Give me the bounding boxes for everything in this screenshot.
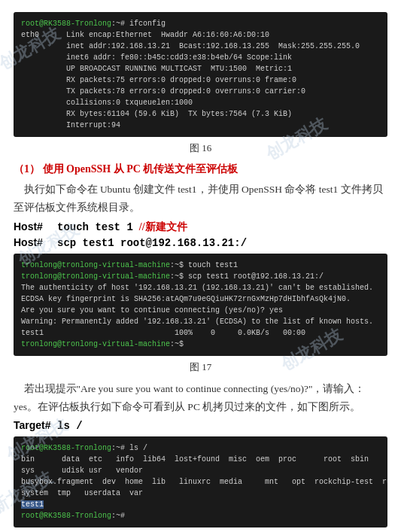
- cmd1-comment: //新建文件: [139, 220, 187, 234]
- cmd2-text: scp test1 root@192.168.13.21:/: [57, 237, 247, 249]
- terminal-fig16: root@RK3588-Tronlong:~# ifconfig eth0 Li…: [14, 12, 387, 137]
- host-cmd1: Host# touch test 1 //新建文件: [14, 220, 387, 234]
- fig16-label: 图 16: [14, 141, 387, 155]
- target-cmd1: Target# ls /: [14, 419, 387, 432]
- cmd3-text: ls /: [57, 420, 83, 432]
- section1-body2: 若出现提示"Are you sure you want to continue …: [14, 380, 387, 417]
- host-prompt2: Host#: [14, 236, 57, 248]
- host-prompt1: Host#: [14, 220, 57, 233]
- section1-header: （1） 使用 OpenSSH 从 PC 机传送文件至评估板: [14, 163, 387, 176]
- section1-body1: 执行如下命令在 Ubuntu 创建文件 test1，并使用 OpenSSH 命令…: [14, 181, 387, 217]
- cmd1-text: touch test 1: [57, 221, 133, 233]
- terminal-fig17: tronlong@tronlong-virtual-machine:~$ tou…: [14, 254, 387, 356]
- terminal-fig18: root@RK3588-Tronlong:~# ls / bin data et…: [14, 436, 387, 527]
- host-cmd2: Host# scp test1 root@192.168.13.21:/: [14, 236, 387, 249]
- fig17-label: 图 17: [14, 360, 387, 374]
- target-prompt1: Target#: [14, 419, 57, 431]
